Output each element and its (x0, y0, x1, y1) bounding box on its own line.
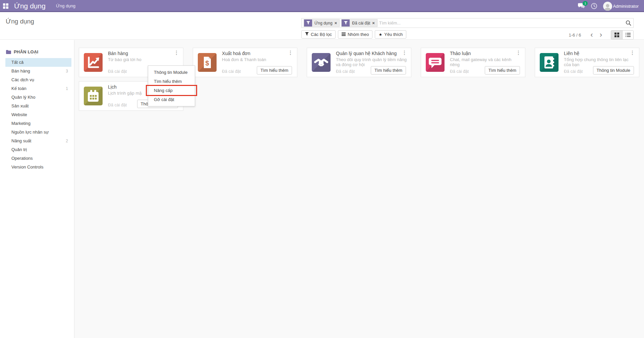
svg-text:$: $ (205, 59, 209, 67)
app-card-discuss: Thảo luận Chat, mail gateway và các kênh… (421, 48, 525, 77)
app-description: Tổng hợp chung thông tin liên lạc của bạ… (564, 57, 636, 67)
sidebar-item-services[interactable]: Các dịch vụ (5, 76, 71, 84)
app-name: Quản lý quan hệ Khách hàng (336, 51, 397, 56)
menu-item-uninstall[interactable]: Gỡ cài đặt (148, 95, 195, 104)
kanban-view-button[interactable] (611, 31, 622, 39)
sidebar-item-all[interactable]: Tất cả (5, 58, 71, 67)
app-status: Đã cài đặt (108, 103, 127, 107)
messages-icon[interactable]: 1 (578, 2, 585, 10)
search-facet-installed: Đã cài đặt × (341, 19, 377, 27)
search-icon[interactable] (626, 20, 631, 26)
app-name: Liên hệ (564, 51, 579, 56)
topbar: Ứng dụng Ứng dụng 1 (0, 0, 644, 12)
content: PHÂN LOẠI Tất cả Bán hàng3 Các dịch vụ K… (0, 40, 644, 338)
learn-more-button[interactable]: Tìm hiểu thêm (257, 66, 292, 75)
calendar-icon (84, 87, 103, 105)
app-status: Đã cài đặt (336, 69, 355, 74)
pager-next-icon[interactable]: › (596, 31, 605, 39)
card-dropdown-menu: Thông tin Module Tìm hiểu thêm Nâng cấp … (148, 65, 195, 106)
brand-title[interactable]: Ứng dụng (14, 0, 46, 12)
filter-funnel-icon (304, 19, 312, 27)
module-info-button[interactable]: Thông tin Module (593, 66, 634, 75)
sidebar-item-version-controls[interactable]: Version Controls (5, 163, 71, 172)
chat-bubble-icon (426, 53, 445, 72)
sidebar-item-operations[interactable]: Operations (5, 154, 71, 163)
kebab-menu-icon[interactable]: ⋮ (514, 49, 523, 56)
messages-badge: 1 (583, 1, 588, 6)
search-facet-apps: Ứng dụng × (304, 19, 340, 27)
user-name: Administrator (613, 4, 639, 9)
menu-item-learn-more[interactable]: Tìm hiểu thêm (148, 77, 195, 86)
category-list: Tất cả Bán hàng3 Các dịch vụ Kế toán1 Qu… (0, 58, 74, 172)
bars-icon (342, 32, 346, 37)
pager-range: 1-6 / 6 (569, 33, 581, 38)
sidebar-item-productivity[interactable]: Năng suất2 (5, 137, 71, 145)
avatar (603, 2, 612, 11)
invoice-document-icon: $ (198, 53, 217, 72)
app-card-contacts: Liên hệ Tổng hợp chung thông tin liên lạ… (535, 48, 639, 77)
kebab-menu-icon[interactable]: ⋮ (400, 49, 409, 56)
topbar-right: 1 Administrator (578, 0, 639, 12)
sales-chart-icon (84, 53, 103, 72)
sidebar-item-inventory[interactable]: Quản lý Kho (5, 93, 71, 102)
kanban-area: Bán hàng Từ báo giá tới ho Đã cài đặt ⋮ … (75, 40, 644, 338)
menu-item-upgrade[interactable]: Nâng cấp (148, 86, 195, 95)
sidebar-item-sales[interactable]: Bán hàng3 (5, 67, 71, 76)
activity-clock-icon[interactable] (590, 2, 598, 10)
odoo-apps-page: Ứng dụng Ứng dụng 1 (0, 0, 644, 338)
sidebar-item-website[interactable]: Website (5, 110, 71, 119)
sidebar-item-accounting[interactable]: Kế toán1 (5, 84, 71, 93)
search-option-buttons: Các Bộ lọc Nhóm theo ★ Yêu thích (301, 30, 406, 39)
search-input[interactable] (379, 20, 624, 26)
category-sidebar: PHÂN LOẠI Tất cả Bán hàng3 Các dịch vụ K… (0, 40, 74, 338)
learn-more-button[interactable]: Tìm hiểu thêm (371, 66, 406, 75)
favorites-button[interactable]: ★ Yêu thích (375, 30, 406, 39)
menu-item-module-info[interactable]: Thông tin Module (148, 68, 195, 77)
sidebar-item-administration[interactable]: Quản trị (5, 145, 71, 154)
topbar-menu-apps[interactable]: Ứng dụng (56, 0, 75, 12)
address-book-icon (540, 53, 559, 72)
pager: 1-6 / 6 ‹ › (569, 30, 634, 40)
app-card-crm: Quản lý quan hệ Khách hàng Theo dõi quy … (307, 48, 411, 77)
facet-label: Đã cài đặt (352, 21, 370, 26)
folder-icon (6, 50, 11, 54)
sidebar-item-marketing[interactable]: Marketing (5, 119, 71, 128)
app-name: Thảo luận (450, 51, 471, 56)
page-title: Ứng dụng (6, 18, 34, 25)
app-card-sales: Bán hàng Từ báo giá tới ho Đã cài đặt ⋮ … (79, 48, 183, 77)
kebab-menu-icon[interactable]: ⋮ (286, 49, 295, 56)
pager-prev-icon[interactable]: ‹ (587, 31, 596, 39)
sidebar-item-manufacturing[interactable]: Sản xuất (5, 102, 71, 110)
app-card-invoicing: $ Xuất hoá đơn Hoá đơn & Thanh toán Đã c… (193, 48, 297, 77)
app-description: Từ báo giá tới ho (108, 57, 180, 62)
view-switcher (611, 30, 634, 40)
filter-funnel-icon (342, 19, 350, 27)
app-status: Đã cài đặt (564, 69, 583, 74)
user-menu[interactable]: Administrator (603, 2, 639, 11)
sidebar-header: PHÂN LOẠI (6, 49, 38, 54)
app-status: Đã cài đặt (222, 69, 241, 74)
app-status: Đã cài đặt (450, 69, 469, 74)
apps-grid-icon[interactable] (3, 3, 9, 9)
handshake-icon (312, 53, 331, 72)
facet-close-icon[interactable]: × (372, 21, 375, 25)
facet-label: Ứng dụng (314, 21, 333, 26)
sidebar-item-hr[interactable]: Nguồn lực nhân sự (5, 128, 71, 137)
filters-button[interactable]: Các Bộ lọc (301, 30, 336, 39)
facet-close-icon[interactable]: × (335, 21, 337, 25)
list-view-button[interactable] (622, 31, 633, 39)
app-status: Đã cài đặt (108, 69, 127, 74)
star-icon: ★ (378, 32, 382, 37)
kebab-menu-icon[interactable]: ⋮ (172, 49, 181, 56)
group-by-button[interactable]: Nhóm theo (338, 30, 373, 39)
funnel-icon (305, 32, 309, 37)
app-description: Theo dõi quy trình quản lý tiềm năng và … (336, 57, 408, 67)
control-panel: Ứng dụng Ứng dụng × Đã cài đặt × (0, 13, 644, 40)
app-name: Lịch (108, 84, 117, 90)
learn-more-button[interactable]: Tìm hiểu thêm (485, 66, 520, 75)
app-name: Xuất hoá đơn (222, 51, 250, 56)
kebab-menu-icon[interactable]: ⋮ (628, 49, 637, 56)
search-bar: Ứng dụng × Đã cài đặt × (301, 18, 634, 28)
app-name: Bán hàng (108, 51, 128, 56)
app-description: Hoá đơn & Thanh toán (222, 57, 294, 62)
